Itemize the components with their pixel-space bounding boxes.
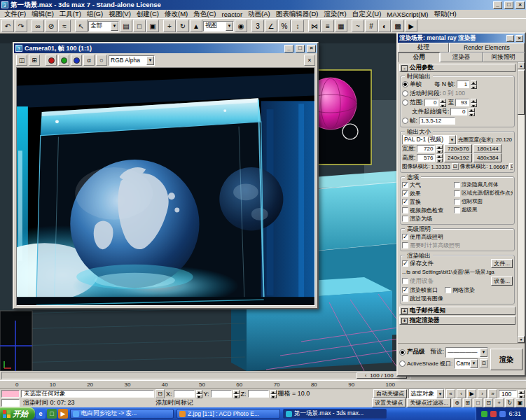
select-and-link-icon[interactable]: ∞ bbox=[32, 20, 44, 32]
checkbox-compute-advanced-lighting[interactable] bbox=[402, 242, 408, 248]
range-to-spinner[interactable] bbox=[471, 99, 477, 107]
width-spinner[interactable] bbox=[436, 145, 443, 153]
chevron-down-icon[interactable]: ▼ bbox=[436, 389, 444, 398]
pan-icon[interactable]: + bbox=[494, 398, 504, 407]
range-to-field[interactable]: 93 bbox=[455, 99, 469, 106]
previous-frame-button[interactable]: ‹ bbox=[457, 389, 466, 398]
chevron-down-icon[interactable]: ▼ bbox=[111, 22, 118, 31]
next-frame-button[interactable]: › bbox=[478, 389, 487, 398]
zoom-icon[interactable]: ⊕ bbox=[452, 398, 462, 407]
undo-icon[interactable]: ↶ bbox=[1, 20, 14, 32]
schematic-view-icon[interactable]: # bbox=[365, 20, 378, 32]
current-frame-field[interactable]: 100 bbox=[499, 390, 517, 398]
viewport-lock-icon[interactable]: ⊡ bbox=[480, 359, 488, 368]
select-and-rotate-icon[interactable]: ↻ bbox=[177, 20, 189, 32]
files-button[interactable]: 文件... bbox=[491, 259, 513, 268]
checkbox-displacement[interactable] bbox=[402, 199, 408, 205]
player-quicklaunch-icon[interactable]: ▶ bbox=[58, 409, 68, 419]
size-button-480x384[interactable]: 480x384 bbox=[473, 153, 501, 162]
checkbox-force-two-sided[interactable] bbox=[454, 199, 460, 205]
play-button[interactable]: ▶ bbox=[467, 389, 476, 398]
rollout-common-parameters[interactable]: - 公用参数 bbox=[399, 64, 515, 72]
ie-quicklaunch-icon[interactable]: e bbox=[36, 409, 46, 419]
menu-item[interactable]: 编辑(E) bbox=[29, 10, 57, 19]
add-time-tag[interactable]: 添加时间标记 bbox=[155, 398, 193, 407]
checkbox-atmosphere[interactable] bbox=[402, 182, 408, 188]
width-field[interactable]: 720 bbox=[417, 145, 435, 153]
zoom-all-icon[interactable]: ⊞ bbox=[463, 398, 472, 407]
selection-lock-button[interactable]: ⊡ bbox=[155, 389, 165, 398]
y-coordinate-field[interactable] bbox=[211, 390, 232, 398]
checkbox-skip-existing[interactable] bbox=[402, 295, 408, 302]
desktop-quicklaunch-icon[interactable]: □ bbox=[47, 409, 57, 419]
tray-icon[interactable] bbox=[490, 411, 497, 417]
size-button-720x576[interactable]: 720x576 bbox=[444, 144, 472, 153]
checkbox-use-device[interactable] bbox=[402, 278, 408, 284]
frames-field[interactable]: 1,3,5-12 bbox=[419, 117, 455, 125]
chevron-down-icon[interactable]: ▼ bbox=[146, 56, 154, 65]
zoom-extents-icon[interactable]: □ bbox=[473, 398, 483, 407]
rollout-assign-renderer[interactable]: + 指定渲染器 bbox=[399, 316, 515, 325]
checkbox-render-to-fields[interactable] bbox=[402, 216, 408, 222]
size-button-180x144[interactable]: 180x144 bbox=[473, 144, 501, 153]
monochrome-button[interactable]: ○ bbox=[96, 55, 107, 66]
go-to-start-button[interactable]: « bbox=[446, 389, 455, 398]
scroll-up-icon[interactable]: ▲ bbox=[518, 62, 525, 69]
rfw-close-button[interactable]: × bbox=[307, 45, 316, 52]
render-button[interactable]: 渲染 bbox=[490, 349, 522, 370]
curve-editor-icon[interactable]: ~ bbox=[352, 20, 364, 32]
viewport-dropdown[interactable]: Camera01 ▼ bbox=[454, 358, 478, 369]
menu-item[interactable]: 帮助(H) bbox=[431, 10, 459, 19]
radio-activeshade[interactable] bbox=[399, 360, 406, 367]
angle-snap-icon[interactable]: ∠ bbox=[265, 20, 277, 32]
close-button[interactable]: × bbox=[515, 1, 525, 9]
menu-item[interactable]: 视图(V) bbox=[106, 10, 134, 19]
size-button-240x192[interactable]: 240x192 bbox=[444, 153, 472, 162]
percent-snap-icon[interactable]: % bbox=[278, 20, 291, 32]
menu-item[interactable]: 动画(A) bbox=[245, 10, 273, 19]
auto-key-button[interactable]: 自动关键点 bbox=[373, 389, 407, 398]
menu-item[interactable]: 图表编辑器(D) bbox=[273, 10, 321, 19]
set-key-button[interactable]: 设置关键点 bbox=[372, 398, 406, 407]
maxscript-mini-listener-input[interactable] bbox=[1, 399, 20, 407]
radio-active-segment[interactable] bbox=[402, 90, 408, 97]
checkbox-render-hidden[interactable] bbox=[454, 182, 460, 188]
checkbox-area-lights-as-points[interactable] bbox=[454, 190, 460, 197]
material-editor-icon[interactable]: ◐ bbox=[378, 20, 391, 32]
checkbox-save-file[interactable] bbox=[402, 260, 408, 267]
height-field[interactable]: 576 bbox=[417, 154, 435, 162]
collapse-icon[interactable]: - bbox=[401, 65, 408, 71]
menu-item[interactable]: reactor bbox=[219, 10, 246, 18]
spinner-snap-icon[interactable]: ↕ bbox=[291, 20, 304, 32]
maximize-viewport-icon[interactable]: ▣ bbox=[515, 398, 525, 407]
redo-icon[interactable]: ↷ bbox=[15, 20, 27, 32]
frame-back-arrow-icon[interactable]: ‹ bbox=[365, 373, 366, 378]
menu-item[interactable]: 自定义(U) bbox=[349, 10, 385, 19]
render-frame-titlebar[interactable]: 3 Camera01, 帧 100 (1:1) _ □ × bbox=[14, 43, 317, 53]
clear-image-button[interactable]: × bbox=[304, 55, 315, 66]
red-channel-button[interactable] bbox=[46, 55, 57, 66]
every-n-field[interactable]: 1 bbox=[457, 80, 469, 88]
alpha-channel-button[interactable]: α bbox=[83, 55, 95, 66]
arc-rotate-icon[interactable]: ↻ bbox=[505, 398, 514, 407]
zoom-region-icon[interactable]: ⊡ bbox=[484, 398, 493, 407]
y-spinner[interactable] bbox=[233, 390, 240, 398]
taskbar-item-3dsmax[interactable]: 第一场景.max - 3ds max... bbox=[283, 409, 387, 419]
key-mode-dropdown[interactable]: 选定对象 ▼ bbox=[408, 388, 445, 399]
checkbox-use-advanced-lighting[interactable] bbox=[402, 234, 408, 240]
menu-item[interactable]: 修改(M) bbox=[162, 10, 191, 19]
green-channel-button[interactable] bbox=[58, 55, 69, 66]
start-button[interactable]: 开始 bbox=[0, 407, 35, 420]
chevron-down-icon[interactable]: ▼ bbox=[480, 348, 487, 357]
expand-icon[interactable]: + bbox=[401, 308, 408, 314]
every-n-spinner[interactable] bbox=[471, 80, 477, 89]
window-crossing-icon[interactable]: ▣ bbox=[146, 20, 159, 32]
expand-icon[interactable]: + bbox=[401, 318, 408, 324]
chevron-down-icon[interactable]: ▼ bbox=[226, 22, 233, 31]
file-number-field[interactable]: 0 bbox=[450, 108, 467, 115]
file-number-spinner[interactable] bbox=[469, 108, 475, 116]
rfw-maximize-button[interactable]: □ bbox=[296, 45, 305, 52]
render-scene-icon[interactable]: ▩ bbox=[392, 20, 404, 32]
checkbox-net-render[interactable] bbox=[445, 287, 451, 293]
time-slider-track[interactable]: ‹ 100 / 100 › bbox=[1, 372, 410, 379]
